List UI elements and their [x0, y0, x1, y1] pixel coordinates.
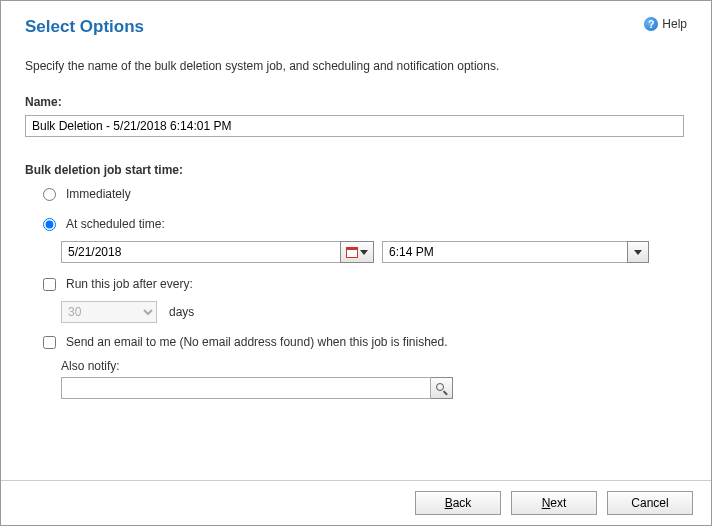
intro-text: Specify the name of the bulk deletion sy… [25, 59, 687, 73]
notify-checkbox[interactable] [43, 336, 56, 349]
also-notify-input[interactable] [61, 377, 431, 399]
radio-scheduled[interactable] [43, 218, 56, 231]
next-button[interactable]: Next [511, 491, 597, 515]
back-button[interactable]: Back [415, 491, 501, 515]
cancel-button[interactable]: Cancel [607, 491, 693, 515]
lookup-wrap [61, 377, 687, 399]
name-input[interactable] [25, 115, 684, 137]
lookup-button[interactable] [431, 377, 453, 399]
opt-immediately-row: Immediately [43, 187, 687, 201]
schedule-section-label: Bulk deletion job start time: [25, 163, 687, 177]
notify-row: Send an email to me (No email address fo… [43, 335, 687, 349]
date-field-wrap [61, 241, 374, 263]
recur-days-suffix: days [169, 305, 194, 319]
time-field-wrap [382, 241, 649, 263]
recur-value-row: 30 days [61, 301, 687, 323]
dialog-body: Specify the name of the bulk deletion sy… [1, 45, 711, 480]
chevron-down-icon [634, 250, 642, 255]
recur-label: Run this job after every: [66, 277, 193, 291]
help-icon: ? [644, 17, 658, 31]
help-label: Help [662, 17, 687, 31]
select-options-dialog: Select Options ? Help Specify the name o… [0, 0, 712, 526]
chevron-down-icon [360, 250, 368, 255]
time-input[interactable] [382, 241, 628, 263]
dialog-header: Select Options ? Help [1, 1, 711, 45]
dialog-footer: Back Next Cancel [1, 480, 711, 525]
notify-label: Send an email to me (No email address fo… [66, 335, 448, 349]
date-picker-button[interactable] [340, 241, 374, 263]
also-notify-label: Also notify: [61, 359, 687, 373]
recur-checkbox[interactable] [43, 278, 56, 291]
recur-days-select[interactable]: 30 [61, 301, 157, 323]
help-link[interactable]: ? Help [644, 17, 687, 31]
name-label: Name: [25, 95, 687, 109]
search-icon [436, 383, 447, 394]
notify-block: Send an email to me (No email address fo… [25, 335, 687, 399]
recur-row: Run this job after every: [43, 277, 687, 291]
date-input[interactable] [61, 241, 341, 263]
page-title: Select Options [25, 17, 144, 37]
radio-scheduled-label: At scheduled time: [66, 217, 165, 231]
opt-scheduled-row: At scheduled time: [43, 217, 687, 231]
date-time-row [61, 241, 687, 263]
time-picker-button[interactable] [627, 241, 649, 263]
radio-immediately-label: Immediately [66, 187, 131, 201]
calendar-icon [346, 247, 358, 258]
radio-immediately[interactable] [43, 188, 56, 201]
